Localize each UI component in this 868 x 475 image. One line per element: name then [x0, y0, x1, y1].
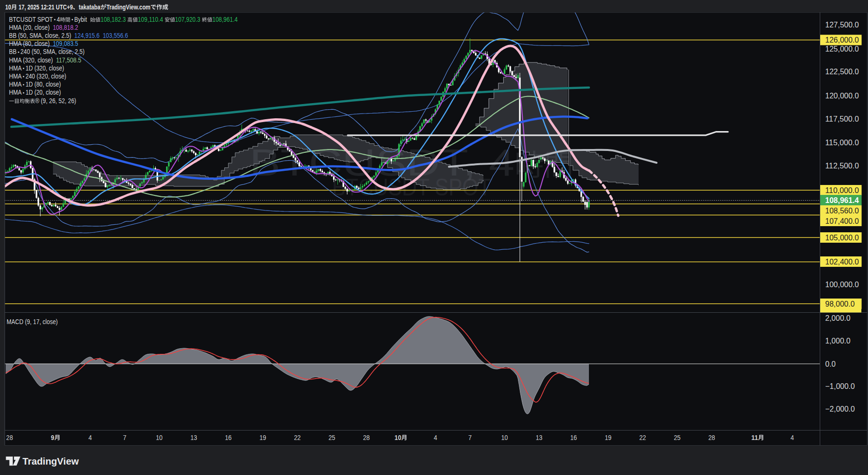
svg-text:108,961.4: 108,961.4 [825, 196, 859, 204]
svg-text:TradingView: TradingView [23, 456, 79, 466]
svg-text:28: 28 [6, 433, 13, 441]
svg-text:17, 2025 12:21 UTC+9: 17, 2025 12:21 UTC+9 [17, 3, 73, 11]
svg-text:10: 10 [501, 433, 508, 441]
svg-text:BB (50, SMA, close, 2.5): BB (50, SMA, close, 2.5) [9, 32, 74, 39]
svg-text:7: 7 [123, 433, 126, 441]
svg-text:107,400.0: 107,400.0 [825, 217, 859, 225]
svg-text:Bybit: Bybit [74, 16, 90, 23]
svg-text:1D (320, close): 1D (320, close) [26, 65, 64, 72]
svg-text:109,110.4: 109,110.4 [138, 16, 163, 23]
svg-text:BTCUSDT SPOT: BTCUSDT SPOT [9, 16, 53, 23]
svg-text:126,000.0: 126,000.0 [825, 36, 859, 44]
svg-text:HMA (20, close): HMA (20, close) [9, 24, 53, 31]
svg-text:−1,000.0: −1,000.0 [825, 382, 855, 390]
svg-text:11: 11 [751, 433, 758, 441]
svg-text:112,500.0: 112,500.0 [825, 162, 859, 170]
svg-text:115,000.0: 115,000.0 [825, 139, 859, 147]
svg-text:4: 4 [434, 433, 437, 441]
svg-text:4: 4 [88, 433, 92, 441]
svg-text:® (9, 26, 52, 26): ® (9, 26, 52, 26) [35, 97, 76, 105]
svg-text:105,000.0: 105,000.0 [825, 234, 859, 242]
svg-text:25: 25 [674, 433, 680, 441]
svg-text:98,000.0: 98,000.0 [825, 300, 855, 308]
svg-text:HMA: HMA [9, 65, 22, 72]
svg-text:HMA (80, close): HMA (80, close) [9, 40, 53, 47]
svg-text:108,182.3: 108,182.3 [101, 16, 126, 23]
svg-text:122,500.0: 122,500.0 [825, 68, 859, 76]
svg-text:117,500.0: 117,500.0 [825, 115, 859, 123]
svg-text:BB: BB [9, 48, 17, 55]
svg-text:127,500.0: 127,500.0 [825, 21, 859, 29]
svg-text:−2,000.0: −2,000.0 [825, 405, 855, 413]
svg-text:124,915.6: 124,915.6 [74, 32, 100, 39]
svg-text:10: 10 [156, 433, 162, 441]
svg-text:16: 16 [225, 433, 231, 441]
svg-text:13: 13 [190, 433, 197, 441]
svg-text:13: 13 [535, 433, 542, 441]
svg-text:108,961.4: 108,961.4 [212, 16, 238, 23]
svg-text:9: 9 [51, 433, 54, 441]
svg-text:MACD (9, 17, close): MACD (9, 17, close) [7, 318, 58, 325]
svg-text:240 (320, close): 240 (320, close) [26, 73, 66, 80]
svg-text:0.0: 0.0 [825, 360, 836, 368]
svg-text:108,818.2: 108,818.2 [53, 24, 78, 31]
svg-text:19: 19 [605, 433, 611, 441]
svg-text:19: 19 [259, 433, 266, 441]
svg-text:22: 22 [294, 433, 300, 441]
svg-text:240 (50, SMA, close, 2.5): 240 (50, SMA, close, 2.5) [20, 48, 85, 55]
svg-text:16: 16 [570, 433, 577, 441]
svg-text:4: 4 [790, 433, 794, 441]
svg-text:HMA: HMA [9, 89, 22, 96]
svg-text:102,400.0: 102,400.0 [825, 258, 859, 266]
svg-text:109,083.5: 109,083.5 [53, 40, 79, 47]
svg-text:10: 10 [5, 3, 11, 11]
svg-text:28: 28 [363, 433, 369, 441]
svg-text:1,000.0: 1,000.0 [825, 337, 850, 345]
svg-text:22: 22 [639, 433, 646, 441]
svg-text:100,000.0: 100,000.0 [825, 281, 859, 289]
svg-text:1D (80, close): 1D (80, close) [26, 81, 61, 88]
svg-text:125,000.0: 125,000.0 [825, 45, 859, 53]
svg-text:107,920.3: 107,920.3 [175, 16, 201, 23]
svg-text:2,000.0: 2,000.0 [825, 314, 850, 322]
svg-text:10: 10 [395, 433, 401, 441]
svg-text:4: 4 [57, 16, 60, 23]
svg-text:117,508.5: 117,508.5 [56, 57, 81, 64]
svg-text:HMA (320, close): HMA (320, close) [9, 57, 56, 64]
svg-text:28: 28 [708, 433, 715, 441]
svg-text:1D (20, close): 1D (20, close) [26, 89, 61, 96]
svg-text:103,556.6: 103,556.6 [100, 32, 128, 39]
svg-text:HMA: HMA [9, 81, 22, 88]
svg-text:110,000.0: 110,000.0 [825, 186, 859, 194]
svg-text:108,560.0: 108,560.0 [825, 207, 859, 215]
svg-text:25: 25 [328, 433, 335, 441]
svg-text:TradingView.com: TradingView.com [106, 3, 150, 11]
svg-text:7: 7 [468, 433, 472, 441]
svg-text:120,000.0: 120,000.0 [825, 92, 859, 100]
svg-text:takataba: takataba [79, 3, 101, 11]
svg-text:HMA: HMA [9, 73, 22, 80]
